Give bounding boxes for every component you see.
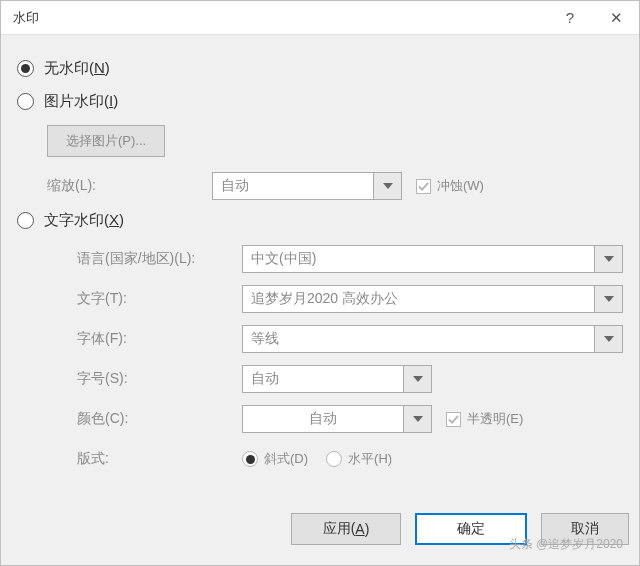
radio-icon [17,212,34,229]
close-button[interactable]: ✕ [593,1,639,35]
layout-row: 版式: 斜式(D) 水平(H) [17,444,623,474]
scale-row: 缩放(L): 自动 冲蚀(W) [47,171,623,201]
dialog-title: 水印 [13,9,547,27]
color-combo[interactable]: 自动 [242,405,432,433]
color-label: 颜色(C): [47,410,242,428]
option-picture-watermark[interactable]: 图片水印(I) [17,92,623,111]
radio-icon [242,451,258,467]
language-row: 语言(国家/地区)(L): 中文(中国) [17,244,623,274]
apply-button[interactable]: 应用(A) [291,513,401,545]
text-combo[interactable]: 追梦岁月2020 高效办公 [242,285,623,313]
chevron-down-icon [373,173,401,199]
chevron-down-icon [594,286,622,312]
layout-horizontal[interactable]: 水平(H) [326,450,392,468]
size-combo[interactable]: 自动 [242,365,432,393]
text-label: 文字(T): [47,290,242,308]
size-row: 字号(S): 自动 [17,364,623,394]
dialog-footer: 应用(A) 确定 取消 [1,505,639,565]
chevron-down-icon [594,246,622,272]
semitransparent-label: 半透明(E) [467,410,523,428]
radio-icon [17,60,34,77]
radio-icon [326,451,342,467]
font-label: 字体(F): [47,330,242,348]
layout-diagonal[interactable]: 斜式(D) [242,450,308,468]
font-row: 字体(F): 等线 [17,324,623,354]
washout-label: 冲蚀(W) [437,177,484,195]
chevron-down-icon [403,406,431,432]
chevron-down-icon [594,326,622,352]
semitransparent-checkbox[interactable] [446,412,461,427]
dialog-body: 无水印(N) 图片水印(I) 选择图片(P)... 缩放(L): 自动 冲蚀(W… [1,35,639,565]
option-none[interactable]: 无水印(N) [17,59,623,78]
text-row: 文字(T): 追梦岁月2020 高效办公 [17,284,623,314]
source-watermark: 头条 @追梦岁月2020 [509,536,623,553]
color-row: 颜色(C): 自动 半透明(E) [17,404,623,434]
titlebar: 水印 ? ✕ [1,1,639,35]
layout-label: 版式: [47,450,242,468]
option-label: 文字水印(X) [44,211,124,230]
option-label: 图片水印(I) [44,92,118,111]
help-button[interactable]: ? [547,1,593,35]
language-combo[interactable]: 中文(中国) [242,245,623,273]
option-label: 无水印(N) [44,59,110,78]
font-combo[interactable]: 等线 [242,325,623,353]
radio-icon [17,93,34,110]
option-text-watermark[interactable]: 文字水印(X) [17,211,623,230]
scale-combo[interactable]: 自动 [212,172,402,200]
scale-label: 缩放(L): [47,177,212,195]
select-picture-button[interactable]: 选择图片(P)... [47,125,165,157]
watermark-dialog: 水印 ? ✕ 无水印(N) 图片水印(I) 选择图片(P)... 缩放(L): … [0,0,640,566]
language-label: 语言(国家/地区)(L): [47,250,242,268]
washout-checkbox[interactable] [416,179,431,194]
size-label: 字号(S): [47,370,242,388]
chevron-down-icon [403,366,431,392]
